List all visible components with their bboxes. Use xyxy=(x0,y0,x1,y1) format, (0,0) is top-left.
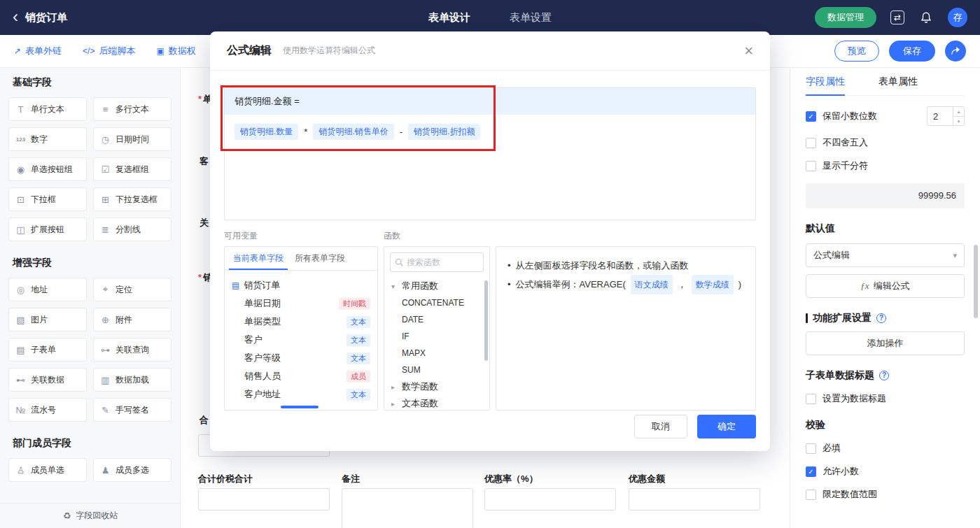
set-as-title-row: 设置为数据标题 xyxy=(806,392,965,405)
add-action-button[interactable]: 添加操作 xyxy=(806,331,965,355)
decimal-places-checkbox[interactable]: ✓ xyxy=(806,111,816,122)
toolbar-link-permission[interactable]: ▣ 数据权 xyxy=(156,45,195,57)
panel-labels: 可用变量 函数 xyxy=(224,230,756,242)
required-checkbox[interactable] xyxy=(806,443,816,454)
field-type-badge: 文本 xyxy=(346,352,370,364)
field-btn-subform[interactable]: ▤子表单 xyxy=(8,338,87,362)
function-item[interactable]: CONCATENATE xyxy=(384,294,489,311)
stepper-down-icon[interactable]: ▾ xyxy=(953,117,964,126)
field-btn-select[interactable]: ⊡下拉框 xyxy=(8,187,87,211)
field-btn-multiselect[interactable]: ⊞下拉复选框 xyxy=(93,187,172,211)
discount-rate-input[interactable] xyxy=(484,488,616,511)
tab-form-design[interactable]: 表单设计 xyxy=(428,11,470,24)
field-btn-number[interactable]: 123数字 xyxy=(8,127,87,151)
tab-all-form-fields[interactable]: 所有表单字段 xyxy=(290,247,349,270)
total-tax-input[interactable] xyxy=(198,488,330,511)
field-btn-serial[interactable]: №流水号 xyxy=(8,398,87,422)
field-btn-member-multi[interactable]: ♟成员多选 xyxy=(93,458,172,482)
formula-field-chip[interactable]: 销货明细.折扣额 xyxy=(408,124,480,140)
field-btn-radio-group[interactable]: ◉单选按钮组 xyxy=(8,157,87,181)
variable-row[interactable]: 销售人员成员 xyxy=(232,367,370,385)
number-icon: 123 xyxy=(15,136,27,143)
variable-name: 客户地址 xyxy=(244,388,281,401)
thousand-separator-checkbox[interactable] xyxy=(806,161,816,171)
field-btn-textarea[interactable]: ≡多行文本 xyxy=(93,97,172,121)
tab-form-settings[interactable]: 表单设置 xyxy=(510,11,552,24)
default-value-select[interactable]: 公式编辑 ▾ xyxy=(806,243,965,267)
field-btn-divider[interactable]: ≣分割线 xyxy=(93,217,172,241)
toolbar-link-script[interactable]: </> 后端脚本 xyxy=(83,45,135,57)
h-scrollbar-thumb[interactable] xyxy=(281,406,318,408)
avatar[interactable]: 存 xyxy=(948,8,967,27)
field-recycle-bin[interactable]: ♻ 字段回收站 xyxy=(0,503,181,528)
formula-editor[interactable]: 销货明细.金额 = 销货明细.数量 * 销货明细.销售单价 - 销货明细.折扣额 xyxy=(224,87,756,220)
limit-range-checkbox[interactable] xyxy=(806,490,816,500)
function-group-common[interactable]: ▾ 常用函数 xyxy=(384,278,489,294)
data-manage-button[interactable]: 数据管理 xyxy=(815,7,876,28)
function-group-text[interactable]: ▸ 文本函数 xyxy=(384,395,489,411)
formula-field-chip[interactable]: 销货明细.销售单价 xyxy=(313,124,393,140)
field-btn-address[interactable]: ◎地址 xyxy=(8,278,87,301)
required-mark: * xyxy=(198,94,202,104)
function-group-math[interactable]: ▸ 数学函数 xyxy=(384,378,489,395)
heading-text: 子表单数据标题 xyxy=(806,369,874,382)
tab-current-form-fields[interactable]: 当前表单字段 xyxy=(229,247,288,270)
field-label: 复选框组 xyxy=(115,164,149,176)
share-button[interactable] xyxy=(945,41,966,62)
field-label-remark: 备注 xyxy=(342,473,360,485)
field-btn-location[interactable]: ⌖定位 xyxy=(93,278,172,301)
close-icon[interactable]: × xyxy=(744,43,753,59)
function-search-input[interactable] xyxy=(407,257,477,267)
confirm-button[interactable]: 确定 xyxy=(697,415,756,438)
allow-decimal-checkbox[interactable]: ✓ xyxy=(806,466,816,477)
decimal-places-input[interactable] xyxy=(927,107,951,125)
member-field-grid: ♙成员单选 ♟成员多选 xyxy=(8,458,172,482)
tree-root-label: 销货订单 xyxy=(244,279,280,292)
field-btn-image[interactable]: ▧图片 xyxy=(8,308,87,331)
back-icon[interactable]: ‹ xyxy=(13,8,18,25)
set-as-title-checkbox[interactable] xyxy=(806,394,816,404)
variable-row[interactable]: 单据类型文本 xyxy=(232,313,370,331)
variable-row[interactable]: 客户等级文本 xyxy=(232,349,370,367)
variable-row[interactable]: 单据日期时间戳 xyxy=(232,294,370,313)
bell-icon[interactable] xyxy=(918,10,934,25)
variable-row[interactable]: 客户文本 xyxy=(232,331,370,349)
field-btn-signature[interactable]: ✎手写签名 xyxy=(93,398,172,422)
function-item[interactable]: IF xyxy=(384,328,489,345)
field-label: 日期时间 xyxy=(115,134,149,145)
no-rounding-checkbox[interactable] xyxy=(806,138,816,148)
function-item[interactable]: DATE xyxy=(384,311,489,328)
toolbar-link-external[interactable]: ↗ 表单外链 xyxy=(14,45,62,57)
tab-field-properties[interactable]: 字段属性 xyxy=(806,68,845,96)
preview-button[interactable]: 预览 xyxy=(834,41,879,62)
field-btn-attachment[interactable]: ⊕附件 xyxy=(93,308,172,331)
function-item[interactable]: MAPX xyxy=(384,345,489,362)
tree-root-form[interactable]: ▤ 销货订单 xyxy=(232,276,370,294)
field-btn-datetime[interactable]: ◷日期时间 xyxy=(93,127,172,151)
text-icon: T xyxy=(15,104,27,115)
field-btn-text[interactable]: T单行文本 xyxy=(8,97,87,121)
discount-amount-input[interactable] xyxy=(629,488,760,511)
remark-input[interactable] xyxy=(342,488,473,528)
panel-scrollbar[interactable] xyxy=(974,245,978,318)
help-icon[interactable]: ? xyxy=(879,371,889,380)
field-btn-lookup[interactable]: ⊶关联查询 xyxy=(93,338,172,362)
formula-expression[interactable]: 销货明细.数量 * 销货明细.销售单价 - 销货明细.折扣额 xyxy=(225,115,755,149)
cancel-button[interactable]: 取消 xyxy=(634,415,687,438)
save-button[interactable]: 保存 xyxy=(889,41,935,62)
tab-form-properties[interactable]: 表单属性 xyxy=(878,68,918,96)
field-btn-checkbox-group[interactable]: ☑复选框组 xyxy=(93,157,172,181)
field-btn-linked-data[interactable]: ⊷关联数据 xyxy=(8,368,87,392)
field-btn-member-single[interactable]: ♙成员单选 xyxy=(8,458,87,482)
edit-formula-button[interactable]: ƒx 编辑公式 xyxy=(806,274,965,298)
formula-field-chip[interactable]: 销货明细.数量 xyxy=(234,124,298,140)
stepper-up-icon[interactable]: ▴ xyxy=(953,107,964,117)
switch-icon[interactable]: ⇄ xyxy=(890,10,904,24)
field-btn-extend-button[interactable]: ◫扩展按钮 xyxy=(8,217,87,241)
field-btn-data-load[interactable]: ▥数据加载 xyxy=(93,368,172,392)
function-item[interactable]: SUM xyxy=(384,362,489,378)
extension-heading: 功能扩展设置 ? xyxy=(806,312,965,324)
variable-row[interactable]: 客户地址文本 xyxy=(232,385,370,404)
v-scrollbar-thumb[interactable] xyxy=(484,280,488,361)
help-icon[interactable]: ? xyxy=(876,313,886,323)
